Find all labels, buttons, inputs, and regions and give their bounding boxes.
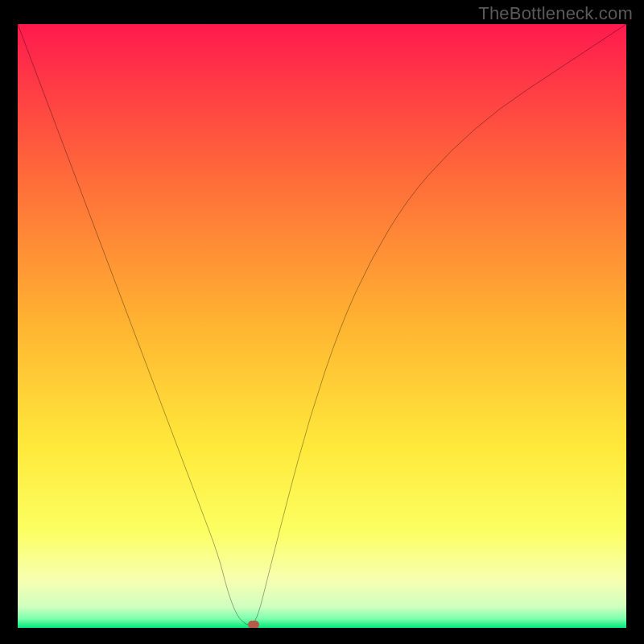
optimal-point-marker — [248, 621, 259, 628]
plot-area — [18, 24, 626, 628]
bottleneck-curve — [18, 24, 626, 628]
watermark-text: TheBottleneck.com — [478, 3, 633, 24]
chart-frame: TheBottleneck.com — [0, 0, 644, 644]
